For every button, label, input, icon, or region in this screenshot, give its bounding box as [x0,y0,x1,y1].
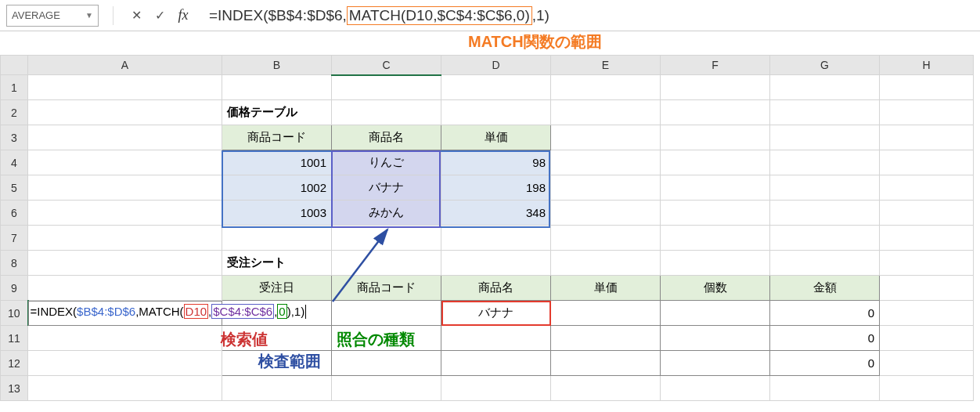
cell[interactable] [332,326,441,351]
cell[interactable] [770,75,880,100]
cell-G12[interactable]: 0 [770,351,880,376]
col-header-D[interactable]: D [441,56,551,75]
cell[interactable] [28,351,222,376]
cell[interactable] [551,150,661,175]
col-header-B[interactable]: B [222,56,332,75]
cell[interactable] [770,150,880,175]
col-header-A[interactable]: A [28,56,222,75]
order-header-price[interactable]: 単価 [551,276,661,301]
cell[interactable] [28,125,222,150]
name-box[interactable]: AVERAGE ▼ [6,5,99,27]
row-header[interactable]: 7 [1,226,28,251]
cell[interactable] [880,251,974,276]
cell[interactable] [28,201,222,226]
cell[interactable] [551,125,661,150]
order-header-qty[interactable]: 個数 [661,276,770,301]
cell[interactable] [880,351,974,376]
cell-C4[interactable]: りんご [332,150,441,175]
cell[interactable] [880,301,974,326]
cell-G11[interactable]: 0 [770,326,880,351]
cell[interactable] [661,326,770,351]
cell[interactable] [551,351,661,376]
select-all-corner[interactable] [1,56,28,75]
cell[interactable] [661,100,770,125]
cell-D10[interactable]: バナナ [441,301,551,326]
chevron-down-icon[interactable]: ▼ [85,11,93,20]
row-header[interactable]: 12 [1,351,28,376]
row-header[interactable]: 9 [1,276,28,301]
cell[interactable] [661,125,770,150]
row-header[interactable]: 5 [1,175,28,201]
row-header[interactable]: 1 [1,75,28,100]
cell[interactable] [441,75,551,100]
cell[interactable] [770,251,880,276]
cell-E10[interactable] [551,301,661,326]
cell[interactable] [28,376,222,401]
col-header-E[interactable]: E [551,56,661,75]
cancel-icon[interactable]: ✕ [128,7,145,24]
order-header-amount[interactable]: 金額 [770,276,880,301]
row-header[interactable]: 6 [1,201,28,226]
cell[interactable] [770,226,880,251]
cell[interactable] [880,276,974,301]
cell[interactable] [661,351,770,376]
cell[interactable] [222,351,332,376]
insert-function-icon[interactable]: fx [175,7,192,24]
cell[interactable] [551,100,661,125]
row-header[interactable]: 13 [1,376,28,401]
cell[interactable] [880,125,974,150]
cell[interactable] [770,100,880,125]
order-header-date[interactable]: 受注日 [222,276,332,301]
cell[interactable] [222,326,332,351]
cell-A10-editing[interactable]: =INDEX($B$4:$D$6,MATCH(D10,$C$4:$C$6,0),… [28,301,222,326]
enter-icon[interactable]: ✓ [151,7,168,24]
row-header[interactable]: 2 [1,100,28,125]
cell[interactable] [880,376,974,401]
cell[interactable] [880,326,974,351]
cell[interactable] [222,75,332,100]
cell[interactable] [770,175,880,201]
cell[interactable] [880,150,974,175]
cell[interactable] [551,376,661,401]
price-table-title[interactable]: 価格テーブル [222,100,332,125]
cell-D5[interactable]: 198 [441,175,551,201]
cell[interactable] [28,276,222,301]
cell-B4[interactable]: 1001 [222,150,332,175]
cell[interactable] [441,326,551,351]
cell[interactable] [880,175,974,201]
col-header-H[interactable]: H [880,56,974,75]
cell[interactable] [661,226,770,251]
cell[interactable] [551,226,661,251]
cell[interactable] [661,150,770,175]
cell[interactable] [551,326,661,351]
col-header-G[interactable]: G [770,56,880,75]
cell[interactable] [551,175,661,201]
cell[interactable] [28,150,222,175]
cell[interactable] [770,125,880,150]
cell[interactable] [880,226,974,251]
row-header[interactable]: 8 [1,251,28,276]
cell-D6[interactable]: 348 [441,201,551,226]
cell[interactable] [661,376,770,401]
row-header[interactable]: 10 [1,301,28,326]
cell[interactable] [28,251,222,276]
cell[interactable] [28,226,222,251]
cell[interactable] [441,376,551,401]
cell-B6[interactable]: 1003 [222,201,332,226]
cell[interactable] [332,226,441,251]
cell[interactable] [441,226,551,251]
row-header[interactable]: 4 [1,150,28,175]
row-header[interactable]: 3 [1,125,28,150]
cell-C6[interactable]: みかん [332,201,441,226]
row-header[interactable]: 11 [1,326,28,351]
cell[interactable] [28,75,222,100]
cell[interactable] [880,100,974,125]
cell[interactable] [661,251,770,276]
cell[interactable] [770,201,880,226]
cell[interactable] [441,100,551,125]
cell-D4[interactable]: 98 [441,150,551,175]
cell[interactable] [880,75,974,100]
price-header-code[interactable]: 商品コード [222,125,332,150]
col-header-C[interactable]: C [332,56,441,75]
col-header-F[interactable]: F [661,56,770,75]
